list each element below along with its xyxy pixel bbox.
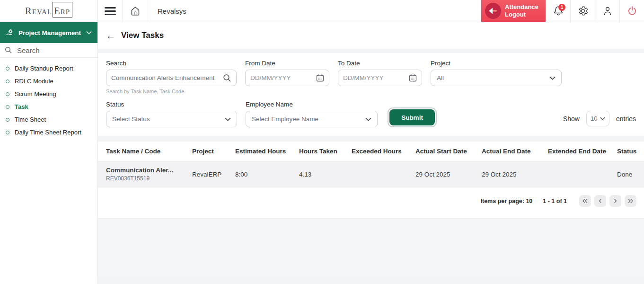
cell-task-name-code: Communication Aler... REV0036T15519 [106,167,192,182]
search-icon[interactable] [223,74,231,82]
app-logo-text: RevalErp [25,5,72,17]
project-management-icon [6,28,14,37]
project-label: Project [431,60,562,67]
main-content: Revalsys Attendance Logout 1 [98,0,644,284]
calendar-icon[interactable] [316,74,324,82]
sidebar-search[interactable] [0,43,97,58]
app-logo[interactable]: RevalErp [0,0,97,22]
project-select[interactable]: All [431,70,562,86]
col-status: Status [617,148,636,155]
attendance-logout-icon [485,3,501,19]
search-filter: Search Search by Task Name, Task Code. [106,60,237,94]
user-icon [602,6,613,16]
last-page-button[interactable] [625,195,636,207]
chevron-down-icon [86,31,92,35]
status-select[interactable]: Select Status [106,111,237,127]
sidebar-item-label: Scrum Meeting [15,90,56,98]
sidebar-item-daily-time-sheet-report[interactable]: Daily Time Sheet Report [0,126,97,139]
gear-icon [578,6,588,16]
sidebar-item-label: Daily Time Sheet Report [15,129,81,136]
page-background [98,219,644,277]
sidebar-search-input[interactable] [17,46,83,54]
col-project: Project [192,148,235,155]
project-filter: Project All [431,60,562,94]
bullet-icon [6,67,9,71]
col-extended-end-date: Extended End Date [548,148,617,155]
back-button[interactable]: ← [106,30,115,41]
notifications-button[interactable]: 1 [546,0,570,22]
page-header: ← View Tasks [98,22,644,49]
col-actual-start-date: Actual Start Date [415,148,482,155]
logo-suffix: Erp [53,2,72,18]
cell-hours-taken: 4.13 [299,171,352,178]
from-date-label: From Date [245,60,329,67]
notification-badge: 1 [558,4,565,11]
chevron-down-icon [600,117,605,120]
sidebar-item-label: Task [15,103,28,110]
bullet-icon [6,131,9,134]
module-label: Project Management [18,29,82,36]
to-date-filter: To Date [338,60,422,94]
divider [98,49,644,53]
to-date-input[interactable] [343,74,406,81]
topbar: Revalsys Attendance Logout 1 [98,0,644,22]
col-estimated-hours: Estimated Hours [235,148,299,155]
home-button[interactable] [123,0,148,22]
pagination-range: 1 - 1 of 1 [543,198,567,204]
chevron-down-icon [225,117,231,121]
from-date-input[interactable] [250,74,313,81]
page-size-value: 10 [591,115,597,122]
pagination: Items per page: 10 1 - 1 of 1 [98,187,644,218]
col-task-name-code: Task Name / Code [106,148,192,155]
settings-button[interactable] [570,0,595,22]
sidebar-menu: Daily Standup Report RDLC Module Scrum M… [0,58,97,143]
first-page-button[interactable] [579,195,591,207]
search-input-wrap [106,70,237,86]
col-hours-taken: Hours Taken [299,148,352,155]
prev-page-button[interactable] [594,195,606,207]
filters-panel: Search Search by Task Name, Task Code. F… [98,53,644,136]
attendance-line2: Logout [505,11,526,18]
search-input[interactable] [111,74,220,81]
cell-project: RevalERP [192,171,235,178]
chevron-down-icon [549,76,556,80]
sidebar-item-label: RDLC Module [15,78,53,85]
sidebar-item-rdlc-module[interactable]: RDLC Module [0,75,97,88]
page-size-select[interactable]: 10 [586,111,609,126]
sidebar: RevalErp Project Management Daily Standu… [0,0,98,284]
items-per-page-label: Items per page: 10 [481,198,533,204]
filter-row-2: Status Select Status Employee Name Selec… [106,101,636,127]
sidebar-item-label: Daily Standup Report [15,65,73,72]
sidebar-item-label: Time Sheet [15,116,46,123]
power-icon [627,6,637,16]
attendance-logout-button[interactable]: Attendance Logout [481,0,546,22]
submit-button[interactable]: Submit [389,109,435,125]
col-exceeded-hours: Exceeded Hours [352,148,415,155]
submit-button-ring: Submit [388,107,437,127]
hamburger-icon [105,5,116,17]
sidebar-item-daily-standup-report[interactable]: Daily Standup Report [0,62,97,75]
logo-prefix: Reval [25,5,52,17]
next-page-button[interactable] [609,195,621,207]
task-name[interactable]: Communication Aler... [106,167,192,174]
cell-actual-end-date: 29 Oct 2025 [482,171,548,178]
pagination-buttons [579,195,636,207]
from-date-wrap [245,70,329,86]
sidebar-item-scrum-meeting[interactable]: Scrum Meeting [0,88,97,100]
menu-toggle-button[interactable] [98,0,123,22]
logout-button[interactable] [619,0,644,22]
filter-row-1: Search Search by Task Name, Task Code. F… [106,60,636,94]
table-row[interactable]: Communication Aler... REV0036T15519 Reva… [98,161,644,187]
attendance-line1: Attendance [505,3,538,10]
profile-button[interactable] [595,0,619,22]
divider [98,136,644,142]
project-selected-value: All [437,74,444,81]
employee-select[interactable]: Select Employee Name [246,111,378,127]
sidebar-item-time-sheet[interactable]: Time Sheet [0,113,97,126]
status-label: Status [106,101,237,108]
module-switcher[interactable]: Project Management [0,22,97,43]
calendar-icon[interactable] [409,74,417,82]
show-entries-group: Show 10 entries [563,111,636,127]
to-date-label: To Date [338,60,422,67]
sidebar-item-task[interactable]: Task [0,100,97,113]
